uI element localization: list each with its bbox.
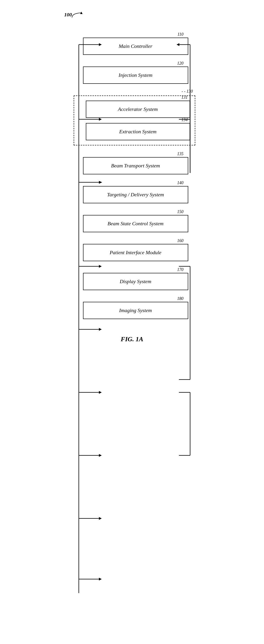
beam-state-control-box: Beam State Control System (83, 215, 188, 232)
svg-marker-18 (99, 328, 102, 331)
label-120: 120 (177, 61, 184, 66)
imaging-system-box: Imaging System (83, 302, 188, 319)
svg-marker-16 (99, 265, 102, 268)
label-131: 131 (181, 95, 188, 100)
svg-marker-20 (99, 391, 102, 394)
label-150: 150 (177, 210, 184, 214)
patient-interface-label: Patient Interface Module (110, 250, 161, 255)
beam-transport-box: Beam Transport System (83, 157, 188, 174)
label-134: 134 (181, 118, 188, 122)
label-130: - - 130 (182, 89, 193, 94)
display-system-box: Display System (83, 273, 188, 290)
figure-caption: FIG. 1A (121, 336, 143, 343)
label-180: 180 (177, 296, 184, 301)
label-170: 170 (177, 267, 184, 272)
diagram: 110 Main Controller 120 Injection System… (64, 19, 200, 343)
dashed-group-box: 131 Accelerator System 134 Extraction Sy… (74, 96, 195, 146)
beam-transport-label: Beam Transport System (111, 163, 160, 168)
reference-arrow (71, 12, 83, 19)
svg-marker-14 (99, 181, 102, 184)
label-160: 160 (177, 238, 184, 243)
fig-label: FIG. 1A (121, 336, 143, 343)
svg-marker-22 (99, 454, 102, 457)
accelerator-system-label: Accelerator System (118, 106, 158, 112)
label-140: 140 (177, 180, 184, 185)
page: 100 (64, 5, 200, 343)
label-135: 135 (177, 152, 184, 156)
svg-marker-26 (99, 578, 102, 580)
beam-state-control-label: Beam State Control System (107, 220, 164, 226)
injection-system-box: Injection System (83, 66, 188, 84)
accelerator-system-box: Accelerator System (86, 100, 190, 118)
targeting-delivery-box: Targeting / Delivery System (83, 186, 188, 203)
main-controller-label: Main Controller (118, 43, 152, 49)
svg-marker-24 (99, 517, 102, 520)
display-system-label: Display System (120, 278, 151, 284)
label-110: 110 (178, 32, 184, 37)
targeting-delivery-label: Targeting / Delivery System (107, 192, 164, 198)
extraction-system-label: Extraction System (119, 128, 157, 134)
imaging-system-label: Imaging System (119, 308, 152, 313)
patient-interface-box: Patient Interface Module (83, 244, 188, 261)
main-controller-box: Main Controller (83, 38, 188, 55)
injection-system-label: Injection System (118, 72, 153, 78)
extraction-system-box: Extraction System (86, 123, 190, 140)
